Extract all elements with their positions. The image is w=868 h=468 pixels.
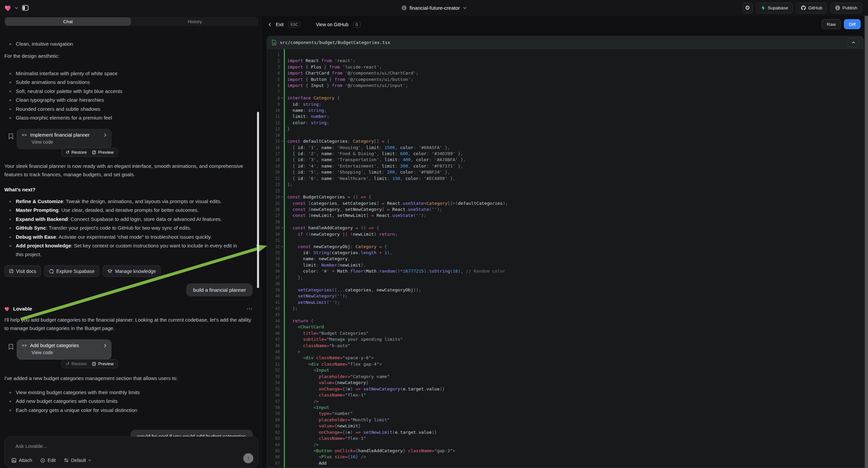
code-line: 66 <Plus size={16} />	[267, 454, 863, 460]
code-line: 20 { id: '5', name: 'Shopping', limit: 2…	[267, 169, 863, 175]
toggle-sidebar-button[interactable]	[21, 4, 30, 12]
publish-globe-icon	[835, 5, 840, 10]
raw-toggle-button[interactable]: Raw	[822, 19, 841, 29]
send-button[interactable]: ↑	[243, 453, 253, 463]
graduation-cap-icon	[107, 269, 113, 273]
code-line: 62 onChange={(e) => setNewLimit(e.target…	[267, 429, 863, 435]
tab-chat[interactable]: Chat	[5, 18, 131, 26]
restore-button[interactable]: ↺ Restore	[66, 150, 87, 155]
assistant-paragraph: I'll help you add budget categories to t…	[4, 316, 253, 332]
list-item: Rounded corners and subtle shadows	[4, 105, 247, 114]
code-line: 28	[267, 219, 863, 225]
list-item: Clean, intuitive navigation	[4, 39, 247, 48]
tab-history[interactable]: History	[132, 18, 257, 26]
list-item: Add project knowledge: Set key context o…	[4, 241, 243, 259]
supabase-button[interactable]: Supabase	[756, 3, 793, 13]
view-code-link[interactable]: View code	[32, 350, 106, 355]
bookmark-icon[interactable]	[8, 133, 14, 139]
settings-button[interactable]: ⚙	[742, 3, 753, 13]
chat-panel: Chat History Clean, intuitive navigation…	[0, 16, 261, 468]
view-code-link[interactable]: View code	[32, 139, 106, 145]
file-header[interactable]: src/components/budget/BudgetCategories.t…	[267, 36, 863, 49]
edit-button[interactable]: Edit	[40, 458, 56, 463]
code-line: 43	[267, 312, 863, 318]
github-label: GitHub	[808, 5, 823, 10]
design-list: Minimalist interface with plenty of whit…	[4, 69, 247, 122]
chat-bubble-icon	[49, 269, 54, 273]
manage-knowledge-button[interactable]: Manage knowledge	[103, 265, 160, 277]
code-line: 59 type="number"	[267, 411, 863, 417]
collapse-file-button[interactable]	[848, 38, 859, 47]
target-icon	[40, 458, 45, 463]
chat-input[interactable]	[15, 443, 217, 449]
chat-scrollbar[interactable]	[257, 112, 259, 288]
code-line: 61 value={newLimit}	[267, 423, 863, 429]
list-item: Expand with Backend: Connect Supabase to…	[4, 215, 243, 224]
code-line: 54 value={newCategory}	[267, 380, 863, 386]
arrow-up-icon: ↑	[247, 455, 250, 461]
diff-toggle-button[interactable]: Diff	[844, 19, 861, 29]
list-item: Clean typography with clear hierarchies	[4, 96, 247, 105]
code-line: 33 id: String(categories.length + 1),	[267, 250, 863, 256]
code-line: 55 onChange={(e) => setNewCategory(e.tar…	[267, 386, 863, 392]
attach-button[interactable]: Attach	[11, 458, 32, 463]
bookmark-icon[interactable]	[8, 344, 14, 350]
lovable-heart-icon	[4, 306, 10, 312]
code-line: 37 };	[267, 274, 863, 281]
code-line: 18 { id: '3', name: 'Transportation', li…	[267, 157, 863, 163]
restore-preview-pill-2: ↺ Restore Preview	[61, 359, 118, 368]
code-line: 68 </Button>	[267, 466, 863, 468]
code-line: 7	[267, 89, 863, 95]
code-line: 8▾interface Category {	[267, 95, 863, 101]
view-on-github-button[interactable]: View on GitHub	[316, 22, 348, 27]
code-line: 58 <Input	[267, 405, 863, 411]
design-list-partial: Clean, intuitive navigation	[4, 39, 247, 48]
publish-button[interactable]: Publish	[830, 3, 862, 13]
visit-docs-button[interactable]: Visit docs	[4, 265, 41, 277]
code-line: 29▾ const handleAddCategory = () => {	[267, 225, 863, 231]
restore-icon: ↺	[66, 150, 69, 155]
back-chevron-icon[interactable]	[269, 23, 271, 27]
restore-button[interactable]: ↺ Restore	[66, 361, 87, 366]
explore-supabase-button[interactable]: Explore Supabase	[44, 265, 99, 277]
list-item: Add new budget categories with custom li…	[4, 397, 247, 406]
project-selector[interactable]: financial-future-creator	[401, 0, 466, 16]
chevron-right-icon	[104, 344, 106, 348]
preview-button[interactable]: Preview	[92, 361, 114, 366]
assistant-name: Lovable	[13, 306, 32, 312]
github-icon	[801, 5, 806, 10]
restore-preview-pill-1: ↺ Restore Preview	[61, 148, 118, 157]
preview-button[interactable]: Preview	[92, 150, 114, 155]
code-line: 40 setNewCategory('');	[267, 293, 863, 299]
version-card-implement-planner[interactable]: <> Implement financial planner View code	[17, 129, 112, 149]
code-line: 25 const [categories, setCategories] = R…	[267, 200, 863, 206]
restore-icon: ↺	[66, 361, 69, 366]
list-item: View existing budget categories with the…	[4, 388, 247, 397]
code-line: 22];	[267, 182, 863, 188]
code-line: 63 className="flex-1"	[267, 435, 863, 441]
user-message: build a financial planner	[186, 283, 253, 296]
list-item: Minimalist interface with plenty of whit…	[4, 69, 247, 78]
github-button[interactable]: GitHub	[796, 3, 827, 13]
assistant-paragraph: I've added a new budget categories manag…	[4, 374, 253, 382]
list-item: Master Prompting: Use clear, detailed, a…	[4, 206, 243, 214]
version-card-add-budget-categories[interactable]: <> Add budget categories View code	[17, 340, 112, 359]
code-line: 52 <Input	[267, 367, 863, 373]
exit-button[interactable]: Exit	[276, 22, 283, 27]
code-line: 15▾const defaultCategories: Category[] =…	[267, 138, 863, 144]
code-line: 10 name: string;	[267, 108, 863, 114]
g-shortcut-badge: G	[353, 22, 360, 28]
gear-icon: ⚙	[745, 5, 750, 11]
model-selector[interactable]: Default	[64, 458, 91, 463]
message-menu-button[interactable]: ⋯	[247, 305, 253, 312]
external-link-icon	[92, 362, 96, 366]
lovable-logo[interactable]	[4, 4, 12, 11]
code-line: 48 className="h-auto"	[267, 343, 863, 349]
code-line: 50 <div className="space-y-6">	[267, 355, 863, 361]
code-line: 9 id: string;	[267, 101, 863, 108]
image-icon	[11, 458, 17, 463]
sliders-icon	[64, 458, 69, 463]
logo-chevron-down-icon[interactable]	[15, 7, 18, 9]
chat-scroll-area[interactable]: Clean, intuitive navigation For the desi…	[0, 27, 261, 468]
window-scrollbar[interactable]	[865, 16, 868, 468]
